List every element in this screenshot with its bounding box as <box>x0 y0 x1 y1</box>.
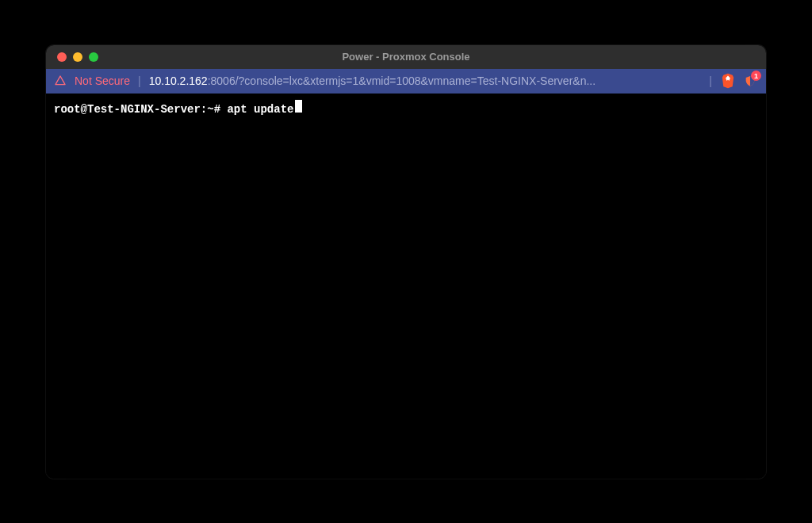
traffic-lights <box>57 52 98 62</box>
url-path: :8006/?console=lxc&xtermjs=1&vmid=1008&v… <box>208 74 596 87</box>
url-text[interactable]: 10.10.2.162:8006/?console=lxc&xtermjs=1&… <box>149 74 702 87</box>
close-button[interactable] <box>57 52 67 62</box>
terminal[interactable]: root@Test-NGINX-Server:~# apt update <box>46 94 766 479</box>
not-secure-icon <box>54 74 67 87</box>
brave-shield-icon[interactable]: 1 <box>742 73 758 89</box>
url-host: 10.10.2.162 <box>149 74 208 87</box>
terminal-prompt: root@Test-NGINX-Server:~# <box>54 102 220 118</box>
not-secure-label: Not Secure <box>75 74 130 87</box>
terminal-cursor <box>295 100 302 113</box>
separator: | <box>709 74 712 87</box>
titlebar[interactable]: Power - Proxmox Console <box>46 45 766 69</box>
terminal-line: root@Test-NGINX-Server:~# apt update <box>54 100 758 118</box>
window-title: Power - Proxmox Console <box>46 51 766 63</box>
terminal-command: apt update <box>227 102 293 118</box>
separator: | <box>138 74 141 87</box>
url-actions: 1 <box>720 73 758 89</box>
minimize-button[interactable] <box>73 52 82 62</box>
zoom-button[interactable] <box>89 52 98 62</box>
shield-badge: 1 <box>751 71 761 81</box>
browser-window: Power - Proxmox Console Not Secure | 10.… <box>46 45 766 479</box>
brave-logo-icon[interactable] <box>720 73 736 89</box>
url-bar[interactable]: Not Secure | 10.10.2.162:8006/?console=l… <box>46 69 766 94</box>
